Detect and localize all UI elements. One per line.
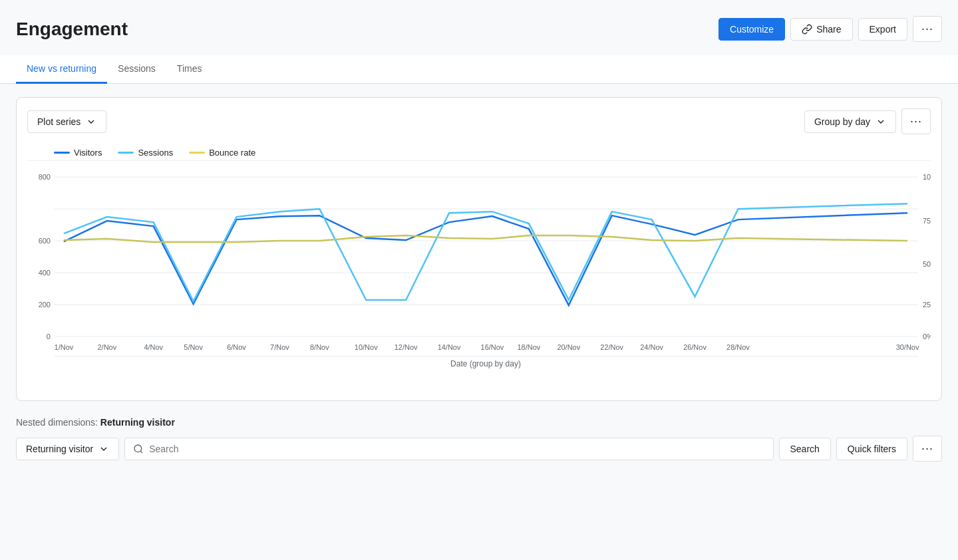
svg-text:200: 200 xyxy=(39,301,51,309)
svg-text:22/Nov: 22/Nov xyxy=(600,343,623,351)
legend-bounce-rate: Bounce rate xyxy=(189,148,255,158)
tab-new-vs-returning[interactable]: New vs returning xyxy=(16,55,107,84)
svg-text:1/Nov: 1/Nov xyxy=(55,343,74,351)
sessions-line-swatch xyxy=(118,152,134,154)
svg-text:28/Nov: 28/Nov xyxy=(726,343,750,351)
bounce-rate-line-swatch xyxy=(189,152,205,154)
svg-text:30/Nov: 30/Nov xyxy=(896,343,919,351)
header-actions: Customize Share Export ··· xyxy=(718,16,942,42)
svg-text:14/Nov: 14/Nov xyxy=(438,343,461,351)
svg-text:10/Nov: 10/Nov xyxy=(355,343,378,351)
ellipsis-icon: ··· xyxy=(921,22,933,36)
visitors-label: Visitors xyxy=(74,148,102,158)
share-label: Share xyxy=(816,24,841,35)
svg-text:18/Nov: 18/Nov xyxy=(518,343,541,351)
line-chart-svg: 800 600 400 200 0 100% 75% 50% 25% 0% 1/… xyxy=(27,164,931,390)
share-button[interactable]: Share xyxy=(790,18,852,41)
returning-visitor-label: Returning visitor xyxy=(26,444,93,454)
svg-text:400: 400 xyxy=(39,269,51,277)
svg-text:6/Nov: 6/Nov xyxy=(227,343,246,351)
chart-area: 800 600 400 200 0 100% 75% 50% 25% 0% 1/… xyxy=(27,164,931,390)
plot-series-dropdown[interactable]: Plot series xyxy=(27,110,106,133)
svg-text:5/Nov: 5/Nov xyxy=(184,343,203,351)
legend-visitors: Visitors xyxy=(54,148,102,158)
ellipsis-icon-2: ··· xyxy=(910,114,922,128)
svg-point-36 xyxy=(134,445,142,452)
svg-text:100%: 100% xyxy=(923,173,931,181)
search-input-wrap xyxy=(124,438,773,460)
nested-dims-label: Nested dimensions: Returning visitor xyxy=(16,417,942,428)
legend-sessions: Sessions xyxy=(118,148,173,158)
bottom-more-button[interactable]: ··· xyxy=(913,436,942,462)
svg-text:20/Nov: 20/Nov xyxy=(557,343,580,351)
nested-dimensions-section: Nested dimensions: Returning visitor Ret… xyxy=(16,417,942,462)
quick-filters-button[interactable]: Quick filters xyxy=(836,438,907,460)
svg-text:0: 0 xyxy=(47,333,51,341)
svg-text:50%: 50% xyxy=(923,260,931,268)
chevron-down-icon-3 xyxy=(98,444,109,454)
visitors-line xyxy=(64,213,907,305)
svg-text:25%: 25% xyxy=(923,301,931,309)
svg-text:4/Nov: 4/Nov xyxy=(144,343,163,351)
group-by-dropdown[interactable]: Group by day xyxy=(804,110,896,133)
bounce-rate-label: Bounce rate xyxy=(209,148,255,158)
nested-dims-value: Returning visitor xyxy=(100,417,175,428)
svg-text:16/Nov: 16/Nov xyxy=(481,343,504,351)
plot-series-label: Plot series xyxy=(37,116,80,127)
customize-button[interactable]: Customize xyxy=(718,18,785,41)
chart-legend: Visitors Sessions Bounce rate xyxy=(27,142,931,161)
svg-text:Date (group by day): Date (group by day) xyxy=(450,359,521,368)
svg-text:26/Nov: 26/Nov xyxy=(683,343,707,351)
returning-visitor-dropdown[interactable]: Returning visitor xyxy=(16,438,119,460)
svg-text:2/Nov: 2/Nov xyxy=(97,343,116,351)
chevron-down-icon-2 xyxy=(876,116,886,127)
svg-text:7/Nov: 7/Nov xyxy=(270,343,289,351)
more-options-button[interactable]: ··· xyxy=(913,16,942,42)
chevron-down-icon xyxy=(86,116,96,127)
svg-text:12/Nov: 12/Nov xyxy=(395,343,418,351)
svg-text:0%: 0% xyxy=(923,333,931,341)
tab-sessions[interactable]: Sessions xyxy=(107,55,166,84)
svg-text:800: 800 xyxy=(39,173,51,181)
svg-text:600: 600 xyxy=(39,237,51,245)
svg-text:24/Nov: 24/Nov xyxy=(640,343,663,351)
tab-times[interactable]: Times xyxy=(166,55,213,84)
chart-card: Plot series Group by day ··· Visitors xyxy=(16,97,942,401)
group-by-label: Group by day xyxy=(814,116,870,127)
sessions-label: Sessions xyxy=(138,148,173,158)
link-icon xyxy=(802,24,812,35)
search-icon xyxy=(133,444,144,454)
tab-bar: New vs returning Sessions Times xyxy=(0,55,958,84)
svg-line-37 xyxy=(140,451,142,453)
search-input[interactable] xyxy=(149,444,764,454)
chart-controls: Plot series Group by day ··· xyxy=(27,108,931,134)
chart-controls-right: Group by day ··· xyxy=(804,108,931,134)
search-button[interactable]: Search xyxy=(779,438,831,460)
page-header: Engagement Customize Share Export ··· xyxy=(16,16,942,42)
export-button[interactable]: Export xyxy=(858,18,907,41)
chart-more-button[interactable]: ··· xyxy=(901,108,931,134)
visitors-line-swatch xyxy=(54,152,70,154)
ellipsis-icon-3: ··· xyxy=(921,442,933,456)
svg-text:75%: 75% xyxy=(923,217,931,225)
bottom-controls: Returning visitor Search Quick filters ·… xyxy=(16,436,942,462)
page-title: Engagement xyxy=(16,19,128,40)
svg-text:8/Nov: 8/Nov xyxy=(310,343,329,351)
